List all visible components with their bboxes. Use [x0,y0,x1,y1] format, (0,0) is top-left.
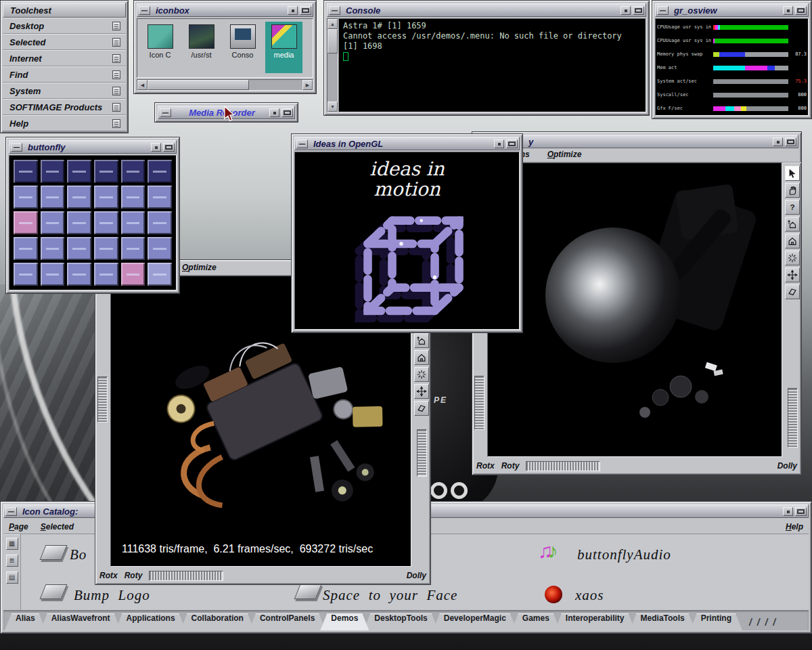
catalog-tab[interactable]: ControlPanels [249,613,325,630]
horizontal-scrollbar[interactable]: ◀ ▶ [137,79,313,91]
catalog-entry-label[interactable]: Space to your Face [323,587,457,604]
window-menu-icon[interactable] [160,108,171,117]
window-menu-icon[interactable] [139,6,150,15]
window-menu-icon[interactable] [5,507,17,516]
menu-optimize[interactable]: Optimize [547,150,582,159]
flare-icon[interactable] [785,251,800,265]
buttonfly-button[interactable] [148,263,172,286]
toolchest-item[interactable]: Help [3,115,126,131]
minimize-button[interactable] [494,139,504,148]
home-up-icon[interactable] [414,333,429,348]
menu-optimize[interactable]: Optimize [182,263,217,272]
catalog-entry-label[interactable]: Bo [70,546,87,563]
catalog-entry-label[interactable]: Bump Logo [74,587,150,604]
demo-carpet-icon[interactable] [39,544,67,563]
buttonfly-button[interactable] [41,186,65,209]
console-titlebar[interactable]: Console [327,3,646,17]
maximize-button[interactable] [163,143,175,152]
view-detail-button[interactable]: ▤ [6,571,18,584]
minimize-button[interactable] [269,108,279,117]
pointer-icon[interactable] [785,166,800,181]
move-icon[interactable] [785,267,800,282]
vertical-thumbwheel[interactable] [474,376,484,430]
flare-icon[interactable] [414,367,429,382]
toolchest-item[interactable]: Find [3,66,126,83]
buttonfly-button[interactable] [67,263,91,286]
catalog-tab[interactable]: AliasWavefront [41,613,121,630]
scroll-right-icon[interactable]: ▶ [302,80,313,90]
plane-icon[interactable] [414,401,429,416]
demo-carpet-icon[interactable] [293,583,321,602]
buttonfly-titlebar[interactable]: buttonfly [9,140,177,154]
buttonfly-button[interactable] [121,237,145,260]
terminal[interactable]: Astra 1# [1] 1659Cannot access /usr/demo… [338,18,646,112]
scrollbar-thumb[interactable] [328,29,338,53]
buttonfly-button[interactable] [148,186,172,209]
buttonfly-button[interactable] [121,160,145,183]
maximize-button[interactable] [795,507,807,516]
buttonfly-button[interactable] [67,160,91,183]
help-icon[interactable] [785,200,800,215]
maximize-button[interactable] [506,139,518,148]
scroll-down-icon[interactable]: ▼ [328,102,338,112]
minimize-button[interactable] [773,137,783,146]
catalog-tab[interactable]: Printing [690,613,742,630]
window-menu-icon[interactable] [296,139,308,148]
audio-notes-icon[interactable]: ♫♪ [538,540,558,563]
home-icon[interactable] [785,234,800,248]
view-grid-button[interactable]: ▦ [6,538,18,550]
iconbox-titlebar[interactable]: iconbox [137,3,313,17]
maximize-button[interactable] [785,137,796,146]
catalog-tab[interactable]: DeveloperMagic [433,613,517,630]
move-icon[interactable] [414,384,429,399]
buttonfly-button[interactable] [67,186,91,209]
catalog-tab[interactable]: Alias [5,613,46,630]
ideas-titlebar[interactable]: Ideas in OpenGL [294,137,520,150]
buttonfly-button[interactable] [121,211,145,234]
toolchest-item[interactable]: Internet [3,50,126,66]
vertical-scrollbar[interactable]: ▲ ▼ [327,18,338,112]
iconbox-item-selected[interactable]: media [265,22,302,73]
ideas-viewport[interactable]: ideas in motion [294,152,520,330]
buttonfly-button[interactable] [14,263,38,286]
iconbox-item[interactable]: Icon C [141,22,179,73]
buttonfly-button[interactable] [94,237,118,260]
catalog-tab[interactable]: Demos [320,613,369,630]
demo-viewer-titlebar[interactable]: y [475,135,798,148]
rotation-thumbwheel[interactable] [526,461,600,471]
maximize-button[interactable] [281,108,293,117]
buttonfly-button[interactable] [94,160,118,183]
scrollbar-track[interactable] [249,80,302,90]
window-menu-icon[interactable] [657,6,669,15]
minimize-button[interactable] [783,6,793,15]
buttonfly-button[interactable] [67,211,91,234]
menu-help[interactable]: Help [786,522,803,532]
buttonfly-button[interactable] [41,237,65,260]
iconbox-item[interactable]: Conso [224,22,261,73]
minimize-button[interactable] [288,6,298,15]
view-list-button[interactable]: ≣ [6,555,18,567]
buttonfly-button[interactable] [94,186,118,209]
home-up-icon[interactable] [785,217,800,232]
buttonfly-button[interactable] [14,186,38,209]
toolchest-item[interactable]: Desktop [3,18,126,34]
catalog-tab[interactable]: MediaTools [630,613,696,630]
catalog-tab[interactable]: DesktopTools [363,613,438,630]
menu-page[interactable]: Page [9,522,28,532]
minimize-button[interactable] [621,6,631,15]
window-menu-icon[interactable] [329,6,340,15]
scroll-left-icon[interactable]: ◀ [137,80,148,90]
xaos-icon[interactable] [545,586,562,603]
vertical-thumbwheel[interactable] [417,429,427,477]
buttonfly-button[interactable] [148,237,172,260]
scroll-up-icon[interactable]: ▲ [328,19,338,29]
catalog-tab[interactable]: Applications [116,613,186,630]
catalog-entry-label[interactable]: xaos [575,587,604,604]
vertical-thumbwheel[interactable] [788,388,798,448]
viewport-3d[interactable] [487,162,782,457]
buttonfly-button[interactable] [14,237,38,260]
minimize-button[interactable] [783,507,793,516]
catalog-tab[interactable]: Games [512,613,560,630]
hand-icon[interactable] [785,183,800,198]
scrollbar-thumb[interactable] [148,80,249,90]
